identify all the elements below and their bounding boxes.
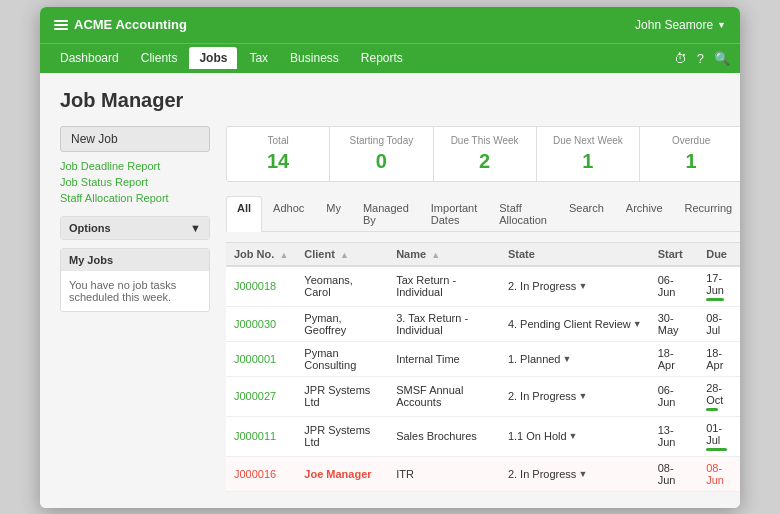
sort-icon: ▲ <box>431 250 440 260</box>
due-date-text: 17-Jun <box>706 272 735 296</box>
clock-icon[interactable]: ⏱ <box>674 51 687 66</box>
job-no-cell: J000027 <box>226 376 296 416</box>
state-label: 1.1 On Hold <box>508 430 567 442</box>
table-row: J000001Pyman ConsultingInternal Time1. P… <box>226 341 740 376</box>
col-job-no[interactable]: Job No. ▲ <box>226 242 296 266</box>
start-cell: 06-Jun <box>650 376 698 416</box>
tab-adhoc[interactable]: Adhoc <box>262 196 315 231</box>
name-cell: SMSF Annual Accounts <box>388 376 500 416</box>
job-no-link[interactable]: J000027 <box>234 390 276 402</box>
stat-total-value: 14 <box>237 150 319 173</box>
staff-allocation-report-link[interactable]: Staff Allocation Report <box>60 192 210 204</box>
due-date-text: 01-Jul <box>706 422 735 446</box>
job-no-cell: J000018 <box>226 266 296 307</box>
tab-search[interactable]: Search <box>558 196 615 231</box>
app-branding: ACME Accounting <box>54 17 187 32</box>
name-cell: Tax Return - Individual <box>388 266 500 307</box>
table-header-row: Job No. ▲ Client ▲ Name ▲ State Start Du… <box>226 242 740 266</box>
state-cell: 1.1 On Hold▼ <box>500 416 650 456</box>
client-cell: JPR Systems Ltd <box>296 416 388 456</box>
stat-overdue: Overdue 1 <box>640 127 740 181</box>
due-cell: 28-Oct <box>698 376 740 416</box>
state-label: 2. In Progress <box>508 280 576 292</box>
nav-item-clients[interactable]: Clients <box>131 47 188 69</box>
page-title: Job Manager <box>60 89 720 112</box>
nav-item-dashboard[interactable]: Dashboard <box>50 47 129 69</box>
tab-all[interactable]: All <box>226 196 262 232</box>
tab-recurring[interactable]: Recurring <box>674 196 740 231</box>
tab-important-dates[interactable]: Important Dates <box>420 196 488 231</box>
due-cell: 01-Jul <box>698 416 740 456</box>
hamburger-icon[interactable] <box>54 20 68 30</box>
options-label: Options <box>69 222 111 234</box>
due-date-text: 28-Oct <box>706 382 735 406</box>
stat-due-this-week-value: 2 <box>444 150 526 173</box>
my-jobs-header[interactable]: My Jobs <box>61 249 209 271</box>
state-arrow-icon[interactable]: ▼ <box>578 391 587 401</box>
tab-archive[interactable]: Archive <box>615 196 674 231</box>
nav-item-tax[interactable]: Tax <box>239 47 278 69</box>
stat-total-label: Total <box>237 135 319 146</box>
state-arrow-icon[interactable]: ▼ <box>563 354 572 364</box>
due-cell: 17-Jun <box>698 266 740 307</box>
job-deadline-report-link[interactable]: Job Deadline Report <box>60 160 210 172</box>
stat-due-this-week: Due This Week 2 <box>434 127 537 181</box>
stat-due-next-week: Due Next Week 1 <box>537 127 640 181</box>
nav-item-reports[interactable]: Reports <box>351 47 413 69</box>
tab-my[interactable]: My <box>315 196 352 231</box>
tab-managed-by[interactable]: Managed By <box>352 196 420 231</box>
stat-due-next-week-value: 1 <box>547 150 629 173</box>
state-arrow-icon[interactable]: ▼ <box>633 319 642 329</box>
name-cell: Internal Time <box>388 341 500 376</box>
job-no-cell: J000001 <box>226 341 296 376</box>
progress-bar <box>706 448 726 451</box>
stat-starting-today-label: Starting Today <box>340 135 422 146</box>
state-cell: 2. In Progress▼ <box>500 456 650 491</box>
job-no-link[interactable]: J000011 <box>234 430 276 442</box>
col-client[interactable]: Client ▲ <box>296 242 388 266</box>
stat-total: Total 14 <box>227 127 330 181</box>
due-cell: 08-Jun <box>698 456 740 491</box>
stat-due-next-week-label: Due Next Week <box>547 135 629 146</box>
start-cell: 13-Jun <box>650 416 698 456</box>
start-cell: 06-Jun <box>650 266 698 307</box>
new-job-button[interactable]: New Job <box>60 126 210 152</box>
my-jobs-empty-text: You have no job tasks scheduled this wee… <box>69 279 176 303</box>
nav-items: Dashboard Clients Jobs Tax Business Repo… <box>50 47 674 69</box>
col-name[interactable]: Name ▲ <box>388 242 500 266</box>
search-icon[interactable]: 🔍 <box>714 51 730 66</box>
table-row: J000030Pyman, Geoffrey3. Tax Return - In… <box>226 306 740 341</box>
table-row: J000016Joe ManagerITR2. In Progress▼08-J… <box>226 456 740 491</box>
nav-item-jobs[interactable]: Jobs <box>189 47 237 69</box>
options-section: Options ▼ <box>60 216 210 240</box>
user-menu[interactable]: John Seamore ▼ <box>635 18 726 32</box>
help-icon[interactable]: ? <box>697 51 704 66</box>
job-no-link[interactable]: J000030 <box>234 318 276 330</box>
start-cell: 30-May <box>650 306 698 341</box>
nav-item-business[interactable]: Business <box>280 47 349 69</box>
table-row: J000027JPR Systems LtdSMSF Annual Accoun… <box>226 376 740 416</box>
stat-overdue-label: Overdue <box>650 135 732 146</box>
stats-row: Total 14 Starting Today 0 Due This Week … <box>226 126 740 182</box>
job-no-link[interactable]: J000018 <box>234 280 276 292</box>
sidebar: New Job Job Deadline Report Job Status R… <box>60 126 210 492</box>
state-arrow-icon[interactable]: ▼ <box>578 469 587 479</box>
state-cell: 4. Pending Client Review▼ <box>500 306 650 341</box>
job-status-report-link[interactable]: Job Status Report <box>60 176 210 188</box>
options-header[interactable]: Options ▼ <box>61 217 209 239</box>
stat-due-this-week-label: Due This Week <box>444 135 526 146</box>
tab-staff-allocation[interactable]: Staff Allocation <box>488 196 558 231</box>
job-no-link[interactable]: J000001 <box>234 353 276 365</box>
name-cell: 3. Tax Return - Individual <box>388 306 500 341</box>
app-window: ACME Accounting John Seamore ▼ Dashboard… <box>40 7 740 508</box>
due-date-text: 18-Apr <box>706 347 735 371</box>
state-arrow-icon[interactable]: ▼ <box>578 281 587 291</box>
due-date-text: 08-Jul <box>706 312 735 336</box>
state-label: 1. Planned <box>508 353 561 365</box>
client-cell: Pyman Consulting <box>296 341 388 376</box>
state-arrow-icon[interactable]: ▼ <box>569 431 578 441</box>
state-label: 2. In Progress <box>508 468 576 480</box>
progress-bar <box>706 298 723 301</box>
nav-icons: ⏱ ? 🔍 <box>674 51 730 66</box>
job-no-link[interactable]: J000016 <box>234 468 276 480</box>
